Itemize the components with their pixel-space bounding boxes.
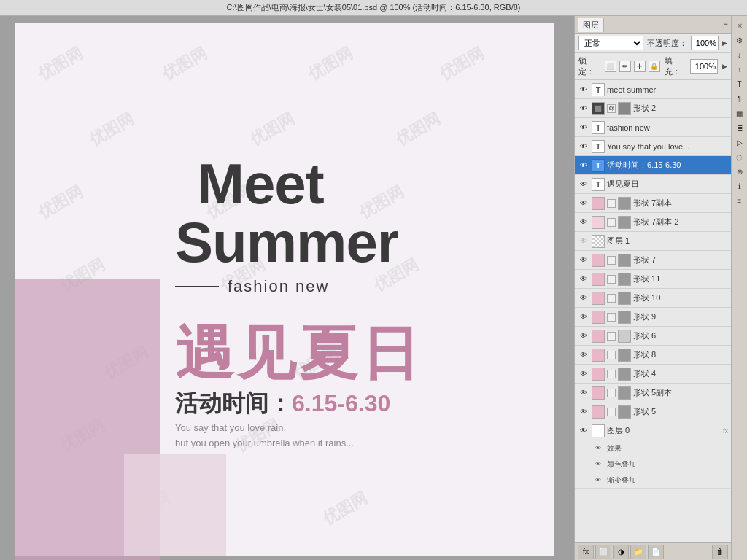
layer-thumb-shape xyxy=(592,349,605,362)
toolbar-icon-9[interactable]: ▷ xyxy=(733,136,746,149)
layer-item-shape7copy[interactable]: 👁 形状 7副本 xyxy=(575,194,731,213)
layer-item-shape8[interactable]: 👁 形状 8 xyxy=(575,346,731,365)
layer-thumb-shape xyxy=(592,102,605,115)
add-mask-button[interactable]: ⬜ xyxy=(595,545,611,559)
eye-icon[interactable]: 👁 xyxy=(578,274,589,284)
layer-thumb-shape xyxy=(592,273,605,286)
toolbar-icon-1[interactable]: ✳ xyxy=(733,19,746,32)
summer-heading: Summer xyxy=(175,209,398,276)
layer-name: 形状 7副本 2 xyxy=(633,217,728,228)
layer-link xyxy=(607,332,616,341)
toolbar-icon-3[interactable]: ↓ xyxy=(733,48,746,61)
eye-icon[interactable]: 👁 xyxy=(578,407,589,417)
add-style-button[interactable]: fx xyxy=(578,545,594,559)
new-group-button[interactable]: 📁 xyxy=(630,545,646,559)
layer-name: 图层 1 xyxy=(607,236,728,246)
toolbar-icon-4[interactable]: ↑ xyxy=(733,63,746,76)
layer-name: 形状 5副本 xyxy=(633,387,728,398)
layer-item-shape5copy[interactable]: 👁 形状 5副本 xyxy=(575,384,731,402)
layer-thumb-shape2 xyxy=(618,292,631,305)
delete-layer-button[interactable]: 🗑 xyxy=(712,545,728,559)
layer-item-shape11[interactable]: 👁 形状 11 xyxy=(575,270,731,289)
layer-name: 形状 7副本 xyxy=(633,198,728,209)
layer-item-activity[interactable]: 👁 T 活动时间：6.15-6.30 xyxy=(575,156,731,175)
eye-icon[interactable]: 👁 xyxy=(578,104,589,114)
effect-eye[interactable]: 👁 xyxy=(595,477,604,483)
layer-name: 形状 11 xyxy=(633,273,728,284)
opacity-arrow[interactable]: ▶ xyxy=(722,39,727,47)
layer-item-shape5[interactable]: 👁 形状 5 xyxy=(575,402,731,421)
layer-item-shape7copy2[interactable]: 👁 形状 7副本 2 xyxy=(575,213,731,232)
toolbar-icon-6[interactable]: ¶ xyxy=(733,92,746,105)
blend-mode-select[interactable]: 正常 xyxy=(578,36,643,50)
lock-move-icon[interactable]: ✛ xyxy=(634,61,646,72)
toolbar-icon-8[interactable]: ≣ xyxy=(733,121,746,134)
fill-input[interactable] xyxy=(690,59,718,74)
canvas-content: Meet Summer fashion new 遇见夏日 活动时间：6.15-6… xyxy=(15,23,554,556)
toolbar-icon-12[interactable]: ℹ xyxy=(733,179,746,192)
layer-thumb-shape2 xyxy=(618,330,631,343)
new-layer-button[interactable]: 📄 xyxy=(648,545,664,559)
toolbar-icon-10[interactable]: ◌ xyxy=(733,150,746,163)
layer-thumb-text: T xyxy=(592,178,605,191)
activity-label: 活动时间： xyxy=(175,390,292,416)
eye-icon[interactable]: 👁 xyxy=(578,236,589,246)
layers-list[interactable]: 👁 T meet summer 👁 ⛓ 形状 2 � xyxy=(575,80,731,542)
layer-item-meet-summer[interactable]: 👁 T meet summer xyxy=(575,80,731,99)
subtitle-line1: You say that you love rain, xyxy=(175,421,354,436)
layer-link xyxy=(607,389,616,397)
toolbar-icon-11[interactable]: ⊕ xyxy=(733,165,746,178)
effect-eye[interactable]: 👁 xyxy=(595,461,604,467)
effect-eye[interactable]: 👁 xyxy=(595,445,604,451)
layer-item-shape2[interactable]: 👁 ⛓ 形状 2 xyxy=(575,99,731,118)
lock-pixel-icon[interactable]: ⬜ xyxy=(605,61,616,72)
tab-layers[interactable]: 图层 xyxy=(578,18,604,32)
eye-icon[interactable]: 👁 xyxy=(578,293,589,303)
eye-icon[interactable]: 👁 xyxy=(578,160,589,171)
layer-item-fashion[interactable]: 👁 T fashion new xyxy=(575,118,731,137)
layer-item-shape6[interactable]: 👁 形状 6 xyxy=(575,327,731,346)
eye-icon[interactable]: 👁 xyxy=(578,141,589,152)
toolbar-icon-7[interactable]: ▦ xyxy=(733,106,746,120)
fill-arrow[interactable]: ▶ xyxy=(722,63,727,70)
panel-menu-icon[interactable]: ≡ xyxy=(724,20,728,28)
layer-item-shape9[interactable]: 👁 形状 9 xyxy=(575,308,731,327)
opacity-input[interactable] xyxy=(691,36,719,50)
layer-item-shape4[interactable]: 👁 形状 4 xyxy=(575,365,731,384)
eye-icon[interactable]: 👁 xyxy=(578,369,589,379)
layer-item-shape7[interactable]: 👁 形状 7 xyxy=(575,251,731,270)
layer-thumb-text: T xyxy=(592,121,605,134)
eye-icon[interactable]: 👁 xyxy=(578,217,589,228)
eye-icon[interactable]: 👁 xyxy=(578,122,589,133)
eye-icon[interactable]: 👁 xyxy=(578,198,589,209)
eye-icon[interactable]: 👁 xyxy=(578,85,589,95)
toolbar-icon-5[interactable]: T xyxy=(733,77,746,90)
eye-icon[interactable]: 👁 xyxy=(578,179,589,190)
right-toolbar: ✳ ⚙ ↓ ↑ T ¶ ▦ ≣ ▷ ◌ ⊕ ℹ ≡ xyxy=(731,16,747,560)
layer-thumb-check xyxy=(592,235,605,248)
layer-item-layer0[interactable]: 👁 图层 0 fx xyxy=(575,421,731,440)
lock-all-icon[interactable]: 🔒 xyxy=(649,61,660,72)
layer-item-layer1[interactable]: 👁 图层 1 xyxy=(575,232,731,251)
layer-item-shape10[interactable]: 👁 形状 10 xyxy=(575,289,731,308)
layer-name: meet summer xyxy=(607,85,728,94)
eye-icon[interactable]: 👁 xyxy=(578,350,589,360)
layer-name: 形状 4 xyxy=(633,368,728,379)
effect-item-gradient: 👁 渐变叠加 xyxy=(575,472,731,489)
layer-item-chinese[interactable]: 👁 T 遇见夏日 xyxy=(575,175,731,194)
eye-icon[interactable]: 👁 xyxy=(578,426,589,436)
layers-bottom-toolbar: fx ⬜ ◑ 📁 📄 🗑 xyxy=(575,542,731,560)
eye-icon[interactable]: 👁 xyxy=(578,331,589,341)
new-fill-button[interactable]: ◑ xyxy=(613,545,629,559)
eye-icon[interactable]: 👁 xyxy=(578,312,589,322)
layer-item-yousay[interactable]: 👁 T You say that you love... xyxy=(575,137,731,156)
layer-link xyxy=(607,294,616,303)
eye-icon[interactable]: 👁 xyxy=(578,388,589,398)
lock-row: 锁定： ⬜ ✏ ✛ 🔒 填充： ▶ xyxy=(575,53,731,80)
toolbar-icon-2[interactable]: ⚙ xyxy=(733,34,746,47)
lock-paint-icon[interactable]: ✏ xyxy=(619,61,631,72)
eye-icon[interactable]: 👁 xyxy=(578,255,589,265)
effect-name: 效果 xyxy=(607,443,622,454)
toolbar-icon-13[interactable]: ≡ xyxy=(733,194,746,207)
layer-name: 形状 6 xyxy=(633,330,728,341)
